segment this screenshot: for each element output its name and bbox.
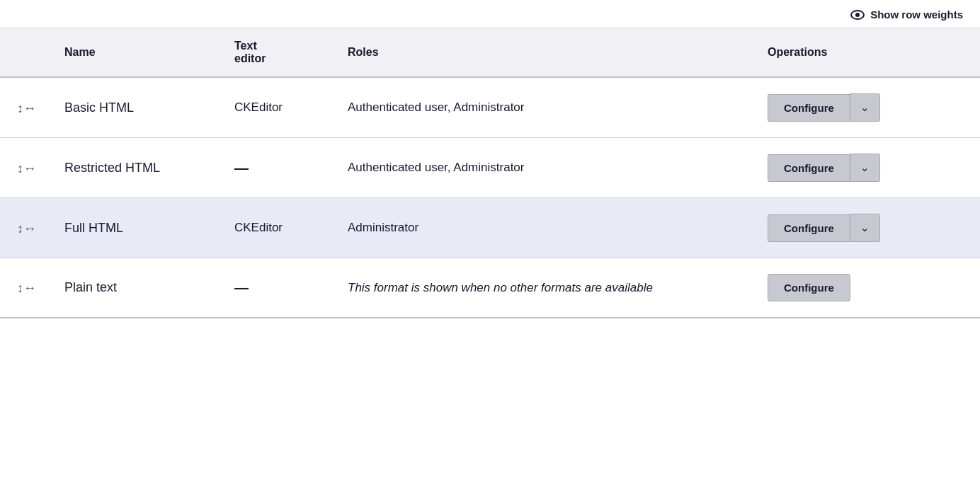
operations-buttons: Configure⌄	[768, 93, 966, 122]
row-operations: Configure⌄	[753, 198, 980, 258]
move-icon: ↕↔	[17, 281, 36, 295]
operations-buttons: Configure⌄	[768, 214, 966, 242]
drag-handle[interactable]: ↕↔	[0, 77, 50, 138]
row-roles: Authenticated user, Administrator	[334, 138, 753, 198]
table-header-row: Name Texteditor Roles Operations	[0, 28, 980, 77]
move-icon: ↕↔	[17, 221, 36, 236]
drag-handle[interactable]: ↕↔	[0, 198, 50, 258]
row-name: Plain text	[50, 258, 220, 318]
table-row: ↕↔Basic HTMLCKEditorAuthenticated user, …	[0, 77, 980, 138]
operations-buttons: Configure	[768, 274, 966, 301]
show-row-weights-link[interactable]: Show row weights	[850, 8, 963, 21]
configure-button[interactable]: Configure	[768, 214, 850, 242]
row-name: Basic HTML	[50, 77, 220, 138]
row-roles: This format is shown when no other forma…	[334, 258, 753, 318]
drag-handle[interactable]: ↕↔	[0, 138, 50, 198]
chevron-down-icon: ⌄	[860, 101, 870, 114]
dropdown-button[interactable]: ⌄	[850, 93, 880, 122]
header-editor: Texteditor	[220, 28, 334, 77]
eye-icon	[850, 10, 865, 20]
move-icon: ↕↔	[17, 101, 36, 115]
top-bar: Show row weights	[0, 0, 980, 28]
row-roles: Administrator	[334, 198, 753, 258]
configure-button[interactable]: Configure	[768, 274, 850, 301]
page-wrapper: Show row weights Name Texteditor Roles O…	[0, 0, 980, 484]
row-roles: Authenticated user, Administrator	[334, 77, 753, 138]
table-row: ↕↔Restricted HTML—Authenticated user, Ad…	[0, 138, 980, 198]
header-roles: Roles	[334, 28, 753, 77]
row-operations: Configure⌄	[753, 77, 980, 138]
row-editor: —	[220, 258, 334, 318]
chevron-down-icon: ⌄	[860, 221, 870, 234]
dropdown-button[interactable]: ⌄	[850, 214, 880, 242]
row-operations: Configure⌄	[753, 138, 980, 198]
row-editor: CKEditor	[220, 77, 334, 138]
drag-handle[interactable]: ↕↔	[0, 258, 50, 318]
row-editor: —	[220, 138, 334, 198]
table-row: ↕↔Plain text—This format is shown when n…	[0, 258, 980, 318]
svg-point-1	[855, 13, 860, 17]
row-editor: CKEditor	[220, 198, 334, 258]
header-operations: Operations	[753, 28, 980, 77]
table-row: ↕↔Full HTMLCKEditorAdministratorConfigur…	[0, 198, 980, 258]
row-operations: Configure	[753, 258, 980, 318]
configure-button[interactable]: Configure	[768, 94, 850, 122]
formats-table: Name Texteditor Roles Operations ↕↔Basic…	[0, 28, 980, 318]
chevron-down-icon: ⌄	[860, 161, 870, 174]
dropdown-button[interactable]: ⌄	[850, 154, 880, 182]
row-name: Full HTML	[50, 198, 220, 258]
move-icon: ↕↔	[17, 161, 36, 175]
show-row-weights-label: Show row weights	[870, 8, 963, 21]
operations-buttons: Configure⌄	[768, 154, 966, 182]
configure-button[interactable]: Configure	[768, 154, 850, 182]
header-drag	[0, 28, 50, 77]
header-name: Name	[50, 28, 220, 77]
row-name: Restricted HTML	[50, 138, 220, 198]
